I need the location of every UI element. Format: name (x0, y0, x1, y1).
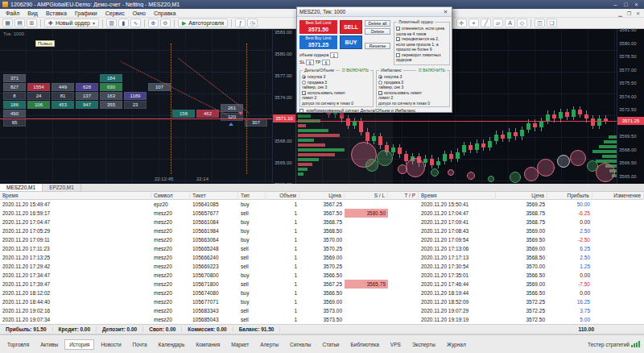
column-header-7[interactable]: T / P (388, 192, 419, 200)
timeframes-icon[interactable]: ◷ (247, 19, 258, 27)
table-row[interactable]: 2020.11.20 17:34:47mesz20105670800buy135… (0, 271, 644, 280)
table-row[interactable]: 2020.11.20 15:49:47epz20105641085buy1356… (0, 200, 644, 209)
delta-enable-checkbox[interactable]: ☑ ВКЛЮЧИТЬ (340, 68, 370, 73)
maximize-button[interactable]: □ (621, 2, 631, 7)
delete-button[interactable]: Delete (365, 28, 390, 35)
toolbox-tab-4[interactable]: Почта (128, 339, 152, 350)
toolbox-tab-12[interactable]: VPS (386, 339, 406, 350)
toolbox-tab-7[interactable]: Маркет (226, 339, 254, 350)
zoom-in-icon[interactable]: ⊕ (148, 19, 159, 27)
new-order-button[interactable]: ✚Новый ордер▾ (44, 19, 99, 27)
column-header-9[interactable]: Цена (496, 192, 547, 200)
toolbox-tab-10[interactable]: Статьи (317, 339, 344, 350)
chart-close-icon[interactable]: ✕ (634, 10, 642, 16)
menu-item-5[interactable]: Окно (129, 10, 150, 16)
cluster-chart-price-scale[interactable]: 3571.10 3583.003580.003577.003574.003568… (272, 29, 296, 184)
column-header-8[interactable]: Время (419, 192, 496, 200)
cursor-icon[interactable]: ✛ (456, 19, 467, 27)
toolbox-tab-14[interactable]: Журнал (442, 339, 471, 350)
dialog-option-line[interactable]: допуск по сигналу в тиках 0 (378, 101, 448, 106)
order-volume-stepper[interactable]: 1 (330, 52, 338, 58)
column-header-0[interactable]: Время (0, 192, 151, 200)
menu-item-4[interactable]: Сервис (101, 10, 129, 16)
toolbox-tab-3[interactable]: Новости (96, 339, 126, 350)
table-row[interactable]: 2020.11.20 17:05:29mesz20105661984buy135… (0, 226, 644, 235)
chart-restore-icon[interactable]: ❐ (625, 10, 634, 16)
toolbox-tab-6[interactable]: Компания (191, 339, 225, 350)
window-tile-icon[interactable]: ◫ (535, 19, 545, 27)
crosshair-icon[interactable]: ⌖ (469, 19, 479, 27)
chart-profiles-icon[interactable]: ▤ (14, 19, 25, 27)
dialog-option-line[interactable]: ✓передвигается на 2, если цена прошла 1,… (395, 36, 448, 52)
table-row[interactable]: 2020.11.20 17:11:23mesz20105665248sell13… (0, 244, 644, 253)
column-header-11[interactable]: Изменение (592, 192, 644, 200)
line-chart-icon[interactable]: ∿ (130, 19, 141, 27)
toolbox-tab-2[interactable]: История (64, 339, 94, 350)
table-row[interactable]: 2020.11.20 19:02:16mesz20105683343sell13… (0, 306, 644, 315)
imbalance-enable-checkbox[interactable]: ☑ ВКЛЮЧИТЬ (416, 68, 447, 73)
toolbox-icon[interactable]: ⊞ (27, 19, 37, 27)
table-row[interactable]: 2020.11.20 18:44:40mesz20105677071buy135… (0, 297, 644, 306)
trendline-icon[interactable]: ╱ (481, 19, 491, 27)
radio-icon[interactable] (302, 81, 306, 85)
tp-stepper[interactable]: 6 (322, 60, 330, 65)
text-label-icon[interactable]: A (505, 19, 515, 27)
buy-button[interactable]: BUY (340, 35, 362, 49)
dialog-option-line[interactable]: ✓отменяется, если цена ушла на 4 тиков (395, 26, 448, 36)
checkbox-checked-icon[interactable]: ✓ (302, 91, 306, 95)
toolbox-tab-11[interactable]: Библиотека (346, 339, 384, 350)
toolbox-tab-5[interactable]: Календарь (154, 339, 190, 350)
indicators-icon[interactable]: ƒ (235, 19, 246, 27)
table-row[interactable]: 2020.11.20 17:09:11mesz20105663064buy135… (0, 235, 644, 244)
radio-icon[interactable] (378, 81, 382, 85)
radio-icon[interactable] (378, 75, 382, 79)
table-row[interactable]: 2020.11.20 17:04:47mesz20105661084buy135… (0, 218, 644, 226)
new-chart-icon[interactable]: ▦ (2, 19, 13, 27)
toolbox-tab-13[interactable]: Эксперты (407, 339, 440, 350)
shapes-icon[interactable]: ◇ (517, 19, 527, 27)
close-button[interactable]: × (631, 2, 642, 7)
bars-chart-icon[interactable]: ▥ (106, 19, 117, 27)
table-row[interactable]: 2020.11.20 18:12:02mesz20105674080buy135… (0, 289, 644, 297)
reverse-button[interactable]: Reverse (365, 43, 390, 49)
zoom-out-icon[interactable]: ⊖ (160, 19, 171, 27)
menu-item-1[interactable]: Вид (23, 10, 42, 16)
close-icon[interactable]: ✕ (442, 9, 449, 15)
radio-icon[interactable] (302, 75, 306, 79)
candles-chart-icon[interactable]: ▮ (118, 19, 129, 27)
table-row[interactable]: 2020.11.20 17:39:47mesz20105671800sell13… (0, 280, 644, 289)
dialog-option-line[interactable]: допуск по сигналу в тиках 0 (301, 101, 372, 106)
chart-tab-1[interactable]: EPZ20,M1 (43, 184, 81, 191)
table-row[interactable]: 2020.11.20 17:13:25mesz20105666240sell13… (0, 253, 644, 262)
dialog-title-bar[interactable]: MESZ20, Тик: 1000 ✕ (297, 7, 452, 17)
checkbox-checked-icon[interactable]: ✓ (396, 27, 400, 31)
table-row[interactable]: 2020.11.20 16:59:17mesz20105657677sell13… (0, 209, 644, 218)
column-header-6[interactable]: S / L (345, 192, 388, 200)
minimize-button[interactable]: – (610, 2, 621, 7)
combined-signal-checkbox[interactable] (299, 109, 303, 113)
toolbox-tab-1[interactable]: Активы (35, 339, 63, 350)
checkbox-checked-icon[interactable]: ✓ (378, 91, 382, 95)
cluster-chart[interactable]: Тик: 1000 Повыс 371827818649065155424106… (0, 29, 272, 184)
menu-item-0[interactable]: Файл (2, 10, 23, 16)
toolbox-tab-9[interactable]: Сигналы (285, 339, 316, 350)
toolbox-tab-8[interactable]: Алерты (255, 339, 283, 350)
chart-minimize-icon[interactable]: ▁ (616, 10, 625, 16)
column-header-10[interactable]: Прибыль (547, 192, 592, 200)
candle-chart-price-scale[interactable]: 3571.25 3581.503580.003578.503577.003575… (617, 29, 644, 184)
column-header-4[interactable]: Объем (266, 192, 299, 200)
table-row[interactable]: 2020.11.20 19:07:34mesz20105685043sell13… (0, 315, 644, 324)
dialog-option-line[interactable]: переворот лимитных ордеров (395, 52, 448, 63)
menu-item-2[interactable]: Вставка (42, 10, 71, 16)
sl-stepper[interactable]: 6 (306, 60, 314, 65)
checkbox-icon[interactable] (396, 53, 400, 57)
channel-icon[interactable]: ▱ (493, 19, 503, 27)
column-header-3[interactable]: Тип (238, 192, 266, 200)
column-header-1[interactable]: Символ (151, 192, 190, 200)
toolbox-tab-0[interactable]: Торговля (2, 339, 34, 350)
checkbox-checked-icon[interactable]: ✓ (396, 37, 400, 41)
delete-all-button[interactable]: Delete all (365, 20, 390, 27)
sell-button[interactable]: SELL (340, 20, 362, 34)
window-cascade-icon[interactable]: ❏ (547, 19, 557, 27)
column-header-2[interactable]: Тикет (190, 192, 238, 200)
